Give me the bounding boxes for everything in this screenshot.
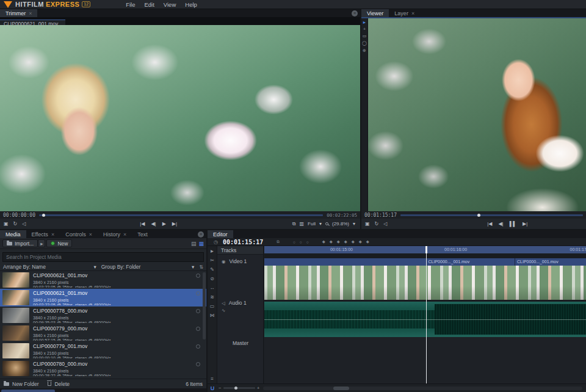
media-row[interactable]: CLIP0000780_000.mov 3840 x 2160 pixels 0… [0, 360, 206, 377]
step-forward-button[interactable]: ▶| [172, 221, 177, 227]
go-to-start-button[interactable]: |◀ [140, 221, 145, 227]
list-view-icon[interactable]: ▤ [191, 241, 197, 247]
editor-tool-toggle-icon[interactable]: ◆ [337, 239, 340, 244]
close-icon[interactable]: × [89, 231, 92, 238]
close-icon[interactable]: × [29, 10, 32, 16]
sort-direction-icon[interactable]: ⇅ [199, 264, 203, 270]
master-track-header[interactable]: Master [217, 340, 263, 346]
arrange-by-dropdown[interactable]: Arrange By: Name ▾ [3, 264, 101, 270]
tab-controls[interactable]: Controls × [60, 230, 98, 238]
media-row[interactable]: CLIP0000779_000.mov 3840 x 2160 pixels 0… [0, 324, 206, 342]
audio-track-header[interactable]: ◁ Audio 1 [217, 300, 263, 306]
export-frame-icon[interactable]: ▣ [4, 221, 9, 227]
new-folder-button[interactable]: New Folder [12, 381, 38, 387]
target-tool-icon[interactable]: ⊕ [363, 48, 366, 53]
timeline-playhead[interactable] [426, 246, 427, 383]
units-toggle[interactable]: U [208, 385, 217, 391]
video-track-header[interactable]: ◉ Video 1 [217, 258, 263, 264]
editor-tool-toggle-icon[interactable]: ◆ [322, 239, 325, 244]
speaker-icon[interactable]: ◁ [222, 300, 225, 306]
rect-mask-tool-icon[interactable]: ▭ [363, 34, 367, 38]
waveform-icon[interactable]: ∿ [222, 308, 225, 313]
play-button[interactable]: ▶ [162, 221, 166, 227]
zoom-out-icon[interactable]: − [219, 385, 222, 391]
editor-tool-toggle-icon[interactable]: ◆ [366, 239, 369, 244]
clip-status-icon[interactable] [196, 274, 200, 278]
viewer-playhead-handle[interactable] [477, 214, 480, 217]
tab-media[interactable]: Media [0, 230, 26, 238]
quality-icon[interactable]: ▥ [300, 221, 305, 227]
media-row[interactable]: CLIP0000778_000.mov 3840 x 2160 pixels 0… [0, 307, 206, 324]
media-row-selected[interactable]: CLIP0000621_001.mov 3840 x 2160 pixels 0… [0, 289, 206, 307]
grid-view-icon[interactable]: ▦ [198, 241, 204, 247]
zoom-slider-knob[interactable] [234, 387, 237, 390]
zoom-slider[interactable] [223, 387, 255, 389]
pen-tool-icon[interactable]: ✎ [210, 267, 214, 272]
media-hscrollbar[interactable] [0, 388, 206, 392]
panel-menu-icon[interactable]: ≡ [352, 10, 358, 16]
timeline-hscroll-thumb[interactable] [333, 387, 349, 390]
pause-button[interactable]: ▌▌ [510, 221, 516, 227]
clip-status-icon[interactable] [196, 344, 200, 349]
menu-help[interactable]: Help [185, 1, 197, 8]
step-back-button[interactable]: ◀| [151, 221, 156, 227]
viewer-scrub-line[interactable] [400, 214, 583, 216]
media-hscroll-thumb[interactable] [1, 390, 55, 392]
ellipse-mask-tool-icon[interactable]: ◯ [362, 41, 367, 46]
go-to-start-button[interactable]: |◀ [487, 221, 492, 227]
import-dropdown-button[interactable]: ▸ [38, 239, 45, 247]
add-tool-icon[interactable]: + [363, 27, 366, 31]
video-clip-filmstrip[interactable] [264, 266, 586, 300]
editor-tool-toggle-icon[interactable]: ◆ [344, 239, 347, 244]
clip-status-icon[interactable] [196, 309, 200, 313]
rate-stretch-tool-icon[interactable]: ▭ [210, 303, 215, 309]
overlay-grid-icon[interactable]: ⧉ [292, 221, 296, 227]
audio-clip-waveform[interactable] [264, 302, 586, 337]
editor-tool-toggle-icon[interactable]: ◆ [330, 239, 333, 244]
tab-effects[interactable]: Effects × [26, 230, 60, 238]
loop-playback-icon[interactable]: ↻ [13, 221, 18, 227]
zoom-level-dropdown[interactable]: (29.8%) [332, 221, 349, 227]
fit-dropdown[interactable]: Full [308, 221, 316, 227]
new-button[interactable]: New [46, 239, 72, 247]
menu-edit[interactable]: Edit [144, 1, 154, 8]
menu-file[interactable]: File [126, 1, 135, 8]
editor-tool-toggle-icon[interactable]: ◆ [352, 239, 355, 244]
delete-button[interactable]: Delete [54, 381, 70, 387]
tab-editor[interactable]: Editor [208, 230, 233, 238]
chevron-down-icon[interactable]: ▾ [319, 221, 322, 227]
step-forward-button[interactable]: ▶| [523, 221, 527, 227]
tab-text[interactable]: Text [132, 230, 153, 238]
editor-toggle-icon[interactable]: ○ [300, 240, 302, 244]
snapping-icon[interactable]: ⧉ [277, 239, 280, 244]
mute-audio-icon[interactable]: ◁ [383, 221, 387, 227]
tab-history[interactable]: History × [98, 230, 132, 238]
rolling-edit-tool-icon[interactable]: ⋈ [210, 313, 215, 318]
tab-layer[interactable]: Layer × [389, 9, 420, 17]
clip-status-icon[interactable] [196, 327, 200, 331]
editor-toggle-icon[interactable]: ○ [293, 240, 295, 244]
slide-tool-icon[interactable]: ↔ [210, 285, 215, 291]
media-row[interactable]: CLIP0000621_001.mov 3840 x 2160 pixels 0… [0, 271, 206, 289]
zoom-in-icon[interactable]: + [257, 385, 260, 391]
tab-trimmer[interactable]: Trimmer × [0, 9, 37, 17]
trimmer-playhead-handle[interactable] [42, 214, 45, 217]
slip-tool-icon[interactable]: ⊘ [210, 276, 214, 281]
export-frame-icon[interactable]: ▣ [365, 221, 370, 227]
editor-timecode[interactable]: 00:01:15:17 [223, 239, 263, 245]
visibility-eye-icon[interactable]: ◉ [222, 259, 226, 264]
clip-status-icon[interactable] [196, 291, 200, 296]
chevron-down-icon[interactable]: ▾ [353, 221, 355, 227]
loop-playback-icon[interactable]: ↻ [375, 221, 379, 227]
media-row[interactable]: CLIP0000779_001.mov 3840 x 2160 pixels 0… [0, 342, 206, 360]
media-scrollbar[interactable] [203, 272, 206, 339]
import-button[interactable]: Import... [2, 239, 38, 247]
search-input[interactable] [2, 252, 204, 262]
tab-viewer[interactable]: Viewer [361, 9, 389, 17]
close-icon[interactable]: × [51, 231, 54, 238]
mute-audio-icon[interactable]: ◁ [22, 221, 26, 227]
video-clip-bar[interactable]: CLIP0000..._001.mov CLIP0000..._001.mov [264, 258, 586, 266]
menu-view[interactable]: View [164, 1, 176, 8]
step-back-button[interactable]: ◀| [498, 221, 503, 227]
close-icon[interactable]: × [411, 10, 414, 16]
